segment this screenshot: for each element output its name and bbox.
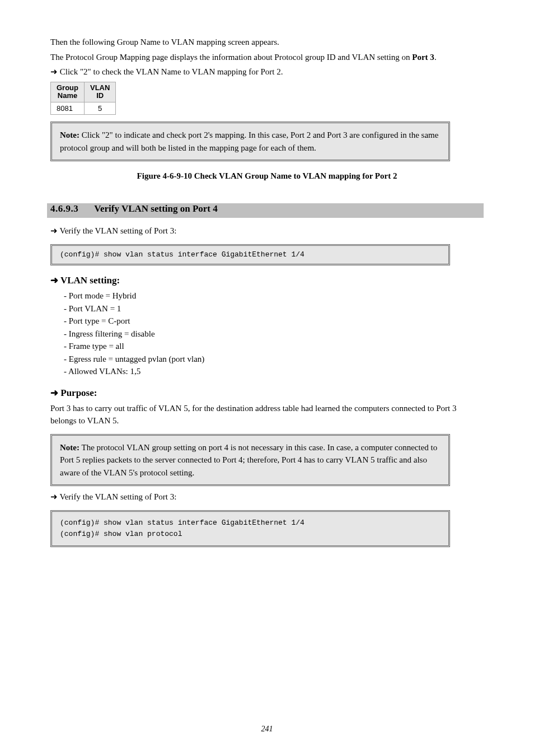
vlan-item: Allowed VLANs: 1,5 [64, 365, 484, 378]
cli-box-1: (config)# show vlan status interface Gig… [50, 244, 450, 265]
vlan-item: Frame type = all [64, 340, 484, 353]
table-header-vlan: VLAN ID [85, 82, 116, 102]
vlan-item: Port VLAN = 1 [64, 302, 484, 315]
note-box-2: Note: The protocol VLAN group setting on… [50, 434, 450, 487]
purpose-text: Port 3 has to carry out traffic of VLAN … [50, 402, 484, 427]
vlan-item: Port type = C-port [64, 315, 484, 328]
intro-arrow: Click "2" to check the VLAN Name to VLAN… [50, 66, 484, 78]
vlan-item: Egress rule = untagged pvlan (port vlan) [64, 353, 484, 366]
intro-line2-bold: Port 3 [412, 53, 434, 62]
note1-text: Click "2" to indicate and check port 2's… [60, 130, 438, 152]
cli-box-2: (config)# show vlan status interface Gig… [50, 510, 450, 547]
purpose-heading: Purpose: [50, 387, 484, 399]
verify-heading-2: Verify the VLAN setting of Port 3: [50, 491, 484, 503]
cli2-line2: (config)# show vlan protocol [60, 530, 182, 538]
cli2-line1: (config)# show vlan status interface Gig… [60, 519, 305, 527]
intro-line2: The Protocol Group Mapping page displays… [50, 51, 484, 64]
figure-caption: Figure 4-6-9-10 Check VLAN Group Name to… [50, 171, 484, 181]
section-title: Verify VLAN setting on Port 4 [81, 203, 218, 214]
intro-line1: Then the following Group Name to VLAN ma… [50, 36, 484, 49]
vlan-item: Port mode = Hybrid [64, 290, 484, 302]
th-vlan-2: ID [96, 91, 104, 100]
intro-line2-prefix: The Protocol Group Mapping page displays… [50, 53, 412, 62]
note1-label: Note: [60, 130, 79, 139]
th-vlan-1: VLAN [90, 83, 110, 92]
note2-text: The protocol VLAN group setting on port … [60, 443, 437, 477]
vlan-setting-heading: VLAN setting: [50, 274, 484, 286]
vlan-item: Ingress filtering = disable [64, 328, 484, 340]
note2-label: Note: [60, 443, 79, 452]
vlan-settings-list: Port mode = Hybrid Port VLAN = 1 Port ty… [50, 290, 484, 378]
table-row: 8081 5 [51, 102, 116, 115]
section-number: 4.6.9.3 [50, 203, 78, 214]
page-number: 241 [0, 725, 534, 734]
verify-heading-1: Verify the VLAN setting of Port 3: [50, 225, 484, 237]
th-group-1: Group [57, 83, 78, 92]
note-box-1: Note: Click "2" to indicate and check po… [50, 122, 450, 161]
th-group-2: Name [58, 91, 77, 100]
cell-vlan: 5 [85, 102, 116, 115]
section-heading-bar: 4.6.9.3 Verify VLAN setting on Port 4 [47, 203, 484, 218]
cell-group: 8081 [51, 102, 85, 115]
table-header-group: Group Name [51, 82, 85, 102]
group-table: Group Name VLAN ID 8081 5 [50, 82, 116, 115]
